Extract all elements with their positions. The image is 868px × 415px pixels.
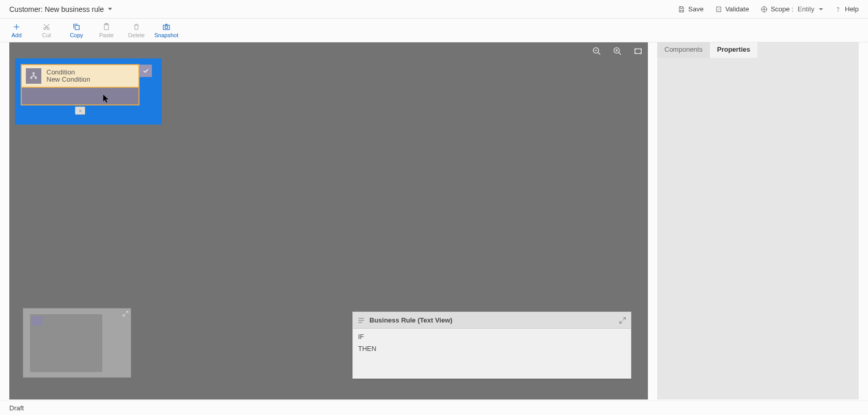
- condition-node[interactable]: Condition New Condition: [21, 64, 140, 105]
- fit-screen-button[interactable]: [632, 45, 644, 57]
- delete-icon: [132, 23, 141, 31]
- text-view-icon: [357, 316, 365, 325]
- cut-icon: [42, 23, 51, 31]
- svg-rect-12: [635, 49, 641, 54]
- save-icon: [678, 6, 685, 13]
- entity-label: Customer:: [9, 5, 43, 13]
- node-valid-icon: [140, 65, 152, 77]
- validate-label: Validate: [725, 5, 749, 13]
- svg-point-13: [33, 72, 35, 74]
- help-button[interactable]: Help: [834, 5, 859, 13]
- paste-icon: [102, 23, 111, 31]
- properties-body: [657, 58, 859, 399]
- plus-icon: [12, 23, 21, 31]
- text-view-title: Business Rule (Text View): [369, 316, 453, 324]
- chevron-down-icon[interactable]: [108, 8, 112, 10]
- main-area: Condition New Condition: [9, 42, 859, 399]
- save-label: Save: [688, 5, 704, 13]
- minimap[interactable]: [23, 308, 131, 378]
- svg-point-15: [35, 77, 37, 79]
- status-label: Draft: [9, 404, 24, 412]
- svg-point-2: [838, 11, 839, 11]
- condition-node-selected[interactable]: Condition New Condition: [16, 59, 161, 124]
- side-panel: Components Properties: [657, 42, 859, 399]
- svg-point-9: [165, 26, 167, 28]
- save-button[interactable]: Save: [678, 5, 704, 13]
- rule-name: New business rule: [45, 5, 104, 13]
- header-bar: Customer: New business rule Save Validat…: [0, 0, 868, 19]
- camera-icon: [162, 23, 171, 31]
- then-label: THEN: [358, 345, 626, 352]
- add-button[interactable]: Add: [4, 20, 29, 41]
- help-icon: [834, 6, 842, 13]
- help-label: Help: [845, 5, 859, 13]
- minimap-node-icon: [32, 316, 42, 326]
- minimap-viewport[interactable]: [30, 314, 102, 372]
- side-tabs: Components Properties: [657, 42, 859, 58]
- add-label: Add: [11, 32, 22, 38]
- scope-value: Entity: [798, 5, 815, 13]
- text-view-header: Business Rule (Text View): [353, 312, 631, 329]
- tab-properties[interactable]: Properties: [710, 42, 757, 58]
- status-bar: Draft: [0, 401, 868, 415]
- canvas-controls: [591, 45, 644, 57]
- header-actions: Save Validate Scope : Entity Help: [678, 5, 859, 13]
- condition-text: Condition New Condition: [47, 69, 90, 84]
- validate-button[interactable]: Validate: [715, 5, 749, 13]
- svg-rect-5: [75, 25, 79, 29]
- condition-body[interactable]: [22, 87, 138, 104]
- snapshot-label: Snapshot: [154, 32, 178, 38]
- expand-icon[interactable]: [122, 310, 129, 317]
- cut-label: Cut: [42, 32, 51, 38]
- scope-icon: [761, 6, 768, 13]
- if-label: IF: [358, 333, 626, 341]
- chevron-down-icon: [819, 8, 823, 10]
- page-title[interactable]: Customer: New business rule: [9, 5, 112, 13]
- condition-kind: Condition: [47, 69, 90, 76]
- copy-button[interactable]: Copy: [64, 20, 89, 41]
- paste-label: Paste: [99, 32, 114, 38]
- svg-point-14: [30, 77, 32, 79]
- copy-icon: [72, 23, 81, 31]
- tab-components[interactable]: Components: [657, 42, 710, 58]
- paste-button[interactable]: Paste: [94, 20, 119, 41]
- condition-title: New Condition: [47, 76, 90, 83]
- zoom-out-button[interactable]: [591, 45, 602, 57]
- toolbar: Add Cut Copy Paste Delete Snapshot: [0, 19, 868, 42]
- delete-label: Delete: [128, 32, 145, 38]
- designer-canvas[interactable]: Condition New Condition: [9, 42, 648, 399]
- copy-label: Copy: [70, 32, 83, 38]
- zoom-in-button[interactable]: [612, 45, 623, 57]
- text-view-body: IF THEN: [353, 329, 631, 361]
- cut-button[interactable]: Cut: [34, 20, 59, 41]
- snapshot-button[interactable]: Snapshot: [154, 20, 179, 41]
- validate-icon: [715, 6, 722, 13]
- expand-icon[interactable]: [618, 316, 627, 325]
- scope-selector[interactable]: Scope : Entity: [761, 5, 824, 13]
- node-collapse-button[interactable]: [75, 106, 85, 115]
- text-view-panel: Business Rule (Text View) IF THEN: [352, 312, 631, 379]
- condition-icon: [26, 68, 41, 84]
- scope-label: Scope :: [771, 5, 794, 13]
- delete-button[interactable]: Delete: [124, 20, 149, 41]
